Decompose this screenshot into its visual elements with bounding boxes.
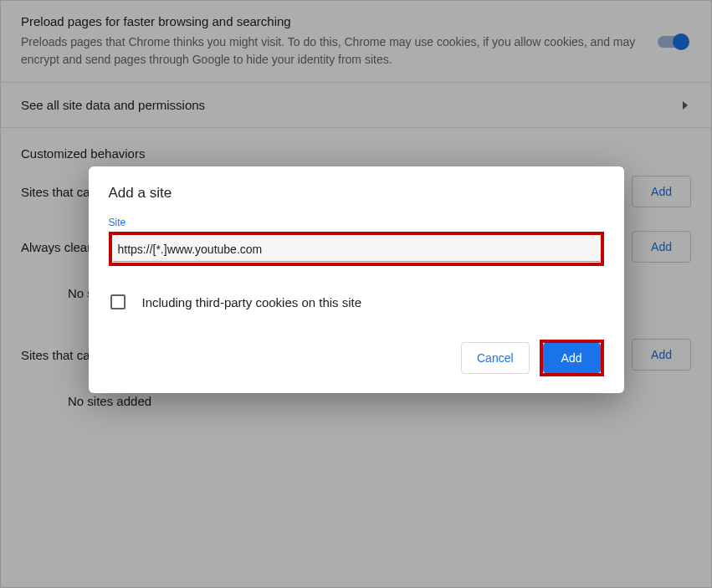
site-field-label: Site [109,217,604,228]
third-party-checkbox[interactable] [110,294,125,309]
third-party-label: Including third-party cookies on this si… [142,295,362,309]
site-input[interactable] [113,236,600,262]
dialog-title: Add a site [109,185,604,202]
site-input-highlight [109,232,604,266]
third-party-row: Including third-party cookies on this si… [110,294,604,309]
modal-overlay: Add a site Site Including third-party co… [0,0,712,588]
dialog-actions: Cancel Add [109,340,604,376]
add-button[interactable]: Add [543,343,601,373]
add-button-highlight: Add [540,340,604,376]
add-site-dialog: Add a site Site Including third-party co… [89,166,624,393]
cancel-button[interactable]: Cancel [461,342,530,374]
